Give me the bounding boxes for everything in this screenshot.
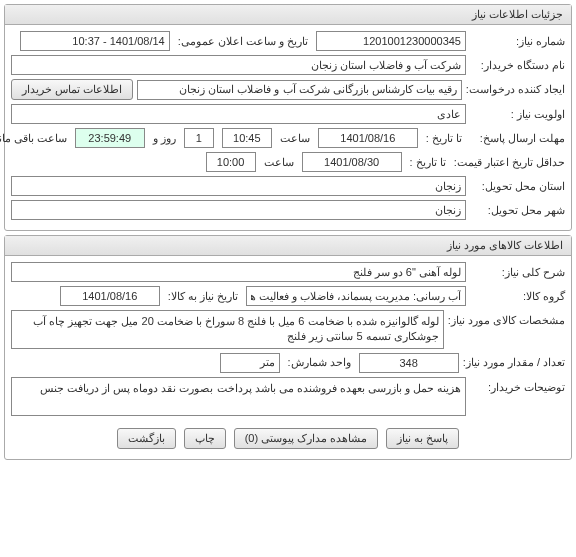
goods-info-panel: اطلاعات کالاهای مورد نیاز شرح کلی نیاز: … [4, 235, 572, 460]
city-loc-field[interactable] [11, 200, 466, 220]
need-date-field[interactable] [60, 286, 160, 306]
button-row: پاسخ به نیاز مشاهده مدارک پیوستی (0) چاپ… [11, 420, 565, 453]
city-loc-label: شهر محل تحویل: [470, 204, 565, 217]
till-label: تا تاریخ : [422, 132, 466, 145]
panel1-title: جزئیات اطلاعات نیاز [5, 5, 571, 25]
pub-date-field[interactable] [20, 31, 170, 51]
print-button[interactable]: چاپ [184, 428, 226, 449]
attachments-button[interactable]: مشاهده مدارک پیوستی (0) [234, 428, 379, 449]
reply-button[interactable]: پاسخ به نیاز [386, 428, 459, 449]
need-number-field[interactable] [316, 31, 466, 51]
group-field[interactable] [246, 286, 466, 306]
buyer-note-label: توضیحات خریدار: [470, 377, 565, 394]
remain-label: ساعت باقی مانده [0, 132, 71, 145]
validity-date-field[interactable] [302, 152, 402, 172]
buyer-org-label: نام دستگاه خریدار: [470, 59, 565, 72]
unit-label: واحد شمارش: [284, 356, 355, 369]
days-field[interactable] [184, 128, 214, 148]
validity-label: حداقل تاریخ اعتبار قیمت: [454, 156, 565, 169]
countdown-field [75, 128, 145, 148]
buyer-org-field[interactable] [11, 55, 466, 75]
panel2-title: اطلاعات کالاهای مورد نیاز [5, 236, 571, 256]
priority-label: اولویت نیاز : [470, 108, 565, 121]
time-label-2: ساعت [260, 156, 298, 169]
desc-label: شرح کلی نیاز: [470, 266, 565, 279]
priority-field[interactable] [11, 104, 466, 124]
panel2-body: شرح کلی نیاز: گروه کالا: تاریخ نیاز به ک… [5, 256, 571, 459]
exec-loc-field[interactable] [11, 176, 466, 196]
spec-label: مشخصات کالای مورد نیاز: [448, 310, 565, 327]
pub-date-label: تاریخ و ساعت اعلان عمومی: [174, 35, 312, 48]
creator-label: ایجاد کننده درخواست: [466, 83, 565, 96]
qty-field[interactable] [359, 353, 459, 373]
desc-field[interactable] [11, 262, 466, 282]
spec-field[interactable] [11, 310, 444, 349]
qty-label: تعداد / مقدار مورد نیاز: [463, 356, 565, 369]
panel1-body: شماره نیاز: تاریخ و ساعت اعلان عمومی: نا… [5, 25, 571, 230]
exec-loc-label: استان محل تحویل: [470, 180, 565, 193]
group-label: گروه کالا: [470, 290, 565, 303]
days-label: روز و [149, 132, 180, 145]
buyer-note-field[interactable] [11, 377, 466, 416]
need-number-label: شماره نیاز: [470, 35, 565, 48]
need-date-label: تاریخ نیاز به کالا: [164, 290, 242, 303]
time-label-1: ساعت [276, 132, 314, 145]
deadline-label: مهلت ارسال پاسخ: [470, 132, 565, 145]
need-details-panel: جزئیات اطلاعات نیاز شماره نیاز: تاریخ و … [4, 4, 572, 231]
back-button[interactable]: بازگشت [117, 428, 176, 449]
validity-time-field[interactable] [206, 152, 256, 172]
buyer-contact-button[interactable]: اطلاعات تماس خریدار [11, 79, 133, 100]
deadline-time-field[interactable] [222, 128, 272, 148]
till-label-2: تا تاریخ : [406, 156, 450, 169]
creator-field[interactable] [137, 80, 462, 100]
unit-field[interactable] [220, 353, 280, 373]
deadline-date-field[interactable] [318, 128, 418, 148]
